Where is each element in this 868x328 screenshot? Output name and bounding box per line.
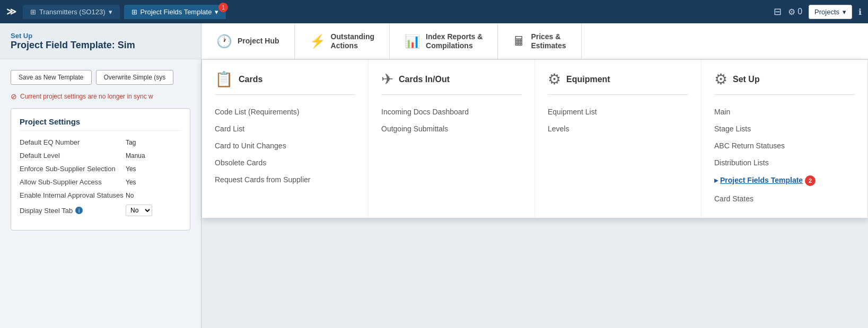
display-steel-tab-info-icon[interactable]: i: [75, 207, 83, 214]
gear-count: 0: [797, 7, 802, 16]
main-content: Save as New Template Overwrite Simple (s…: [0, 59, 868, 328]
setup-label: Set Up: [11, 32, 190, 40]
project-fields-tab-label: Project Fields Template: [141, 8, 212, 16]
nav-item-outstanding-actions[interactable]: ⚡ OutstandingActions: [295, 23, 390, 59]
cards-col-header: 📋 Cards: [215, 70, 355, 95]
outstanding-actions-icon: ⚡: [310, 34, 326, 49]
cards-col-icon: 📋: [215, 70, 233, 88]
mega-col-equipment: ⚙ Equipment Equipment List Levels: [535, 60, 702, 218]
setting-allow-sub-supplier-label: Allow Sub-Supplier Access: [20, 178, 126, 186]
gear-section[interactable]: ⚙ 0: [788, 7, 802, 17]
page-title: Project Field Template: Sim: [11, 40, 190, 51]
transmitters-tab-icon: ⊞: [30, 8, 36, 16]
nav-item-project-hub[interactable]: 🕐 Project Hub: [201, 23, 295, 59]
cards-inout-col-icon: ✈: [381, 70, 393, 88]
setting-enforce-sub-supplier-value: Yes: [126, 165, 136, 173]
setup-col-header: ⚙ Set Up: [714, 70, 855, 95]
setting-default-eq-value: Tag: [126, 139, 136, 146]
gear-icon: ⚙: [788, 7, 795, 17]
setting-enable-internal-approval-value: No: [126, 192, 134, 199]
second-navigation: Set Up Project Field Template: Sim 🕐 Pro…: [0, 23, 868, 59]
project-fields-tab-chevron: ▾: [215, 8, 218, 16]
display-steel-tab-select[interactable]: No Yes: [126, 205, 152, 216]
notifications-icon[interactable]: ⊟: [774, 6, 782, 17]
projects-chevron-icon: ▾: [843, 8, 846, 16]
settings-title: Project Settings: [20, 117, 181, 131]
prices-estimates-label: Prices &Estimates: [531, 32, 566, 50]
info-icon[interactable]: ℹ: [858, 7, 862, 17]
index-reports-label: Index Reports &Compilations: [426, 32, 483, 50]
setup-col-icon: ⚙: [714, 70, 727, 88]
secondary-nav-items: 🕐 Project Hub ⚡ OutstandingActions 📊 Ind…: [201, 23, 868, 59]
project-fields-tab-badge: 1: [218, 3, 228, 12]
index-reports-icon: 📊: [405, 34, 420, 49]
setting-enable-internal-approval-label: Enable Internal Approval Statuses: [20, 191, 126, 199]
transmitters-tab-label: Transmitters (SO123): [39, 8, 106, 16]
menu-item-main[interactable]: Main: [714, 103, 855, 120]
project-fields-badge: 2: [805, 175, 816, 186]
equipment-col-header: ⚙ Equipment: [548, 70, 688, 95]
save-new-template-button[interactable]: Save as New Template: [11, 70, 92, 85]
error-text: Current project settings are no longer i…: [20, 93, 153, 100]
menu-item-card-unit-changes[interactable]: Card to Unit Changes: [215, 137, 355, 154]
overwrite-simple-button[interactable]: Overwrite Simple (sys: [96, 70, 174, 85]
projects-dropdown[interactable]: Projects ▾: [809, 5, 852, 19]
nav-tab-transmitters[interactable]: ⊞ Transmitters (SO123) ▾: [23, 5, 120, 19]
setting-default-level: Default Level Manua: [20, 152, 181, 159]
project-hub-icon: 🕐: [216, 34, 232, 49]
setting-allow-sub-supplier: Allow Sub-Supplier Access Yes: [20, 178, 181, 186]
menu-item-abc-return[interactable]: ABC Return Statuses: [714, 137, 855, 154]
setting-default-level-label: Default Level: [20, 152, 126, 159]
prices-estimates-icon: 🖩: [513, 34, 525, 49]
nav-item-index-reports[interactable]: 📊 Index Reports &Compilations: [390, 23, 498, 59]
action-buttons: Save as New Template Overwrite Simple (s…: [11, 70, 190, 85]
setting-display-steel-tab-label: Display Steel Tab i: [20, 207, 126, 215]
mega-col-cards-inout: ✈ Cards In/Out Incoming Docs Dashboard O…: [369, 60, 535, 218]
equipment-col-title: Equipment: [566, 75, 610, 84]
cards-inout-col-title: Cards In/Out: [399, 75, 450, 84]
nav-item-prices-estimates[interactable]: 🖩 Prices &Estimates: [498, 23, 581, 59]
nav-tab-project-fields[interactable]: ⊞ Project Fields Template 1 ▾: [124, 5, 226, 19]
menu-item-incoming-docs[interactable]: Incoming Docs Dashboard: [381, 103, 522, 120]
mega-col-cards: 📋 Cards Code List (Requirements) Card Li…: [202, 60, 369, 218]
menu-item-request-cards[interactable]: Request Cards from Supplier: [215, 171, 355, 188]
setup-col-title: Set Up: [733, 75, 760, 84]
project-hub-label: Project Hub: [238, 37, 279, 46]
menu-item-project-fields-template[interactable]: ▸Project Fields Template2: [714, 171, 855, 190]
mega-menu: 📋 Cards Code List (Requirements) Card Li…: [201, 59, 868, 218]
setting-default-eq-label: Default EQ Number: [20, 138, 126, 146]
menu-item-distribution-lists[interactable]: Distribution Lists: [714, 154, 855, 171]
nav-right-controls: ⊟ ⚙ 0 Projects ▾ ℹ: [774, 5, 862, 19]
projects-label: Projects: [814, 8, 839, 16]
mega-col-setup: ⚙ Set Up Main Stage Lists ABC Return Sta…: [702, 60, 867, 218]
menu-item-equipment-list[interactable]: Equipment List: [548, 103, 688, 120]
setting-default-level-value: Manua: [126, 152, 145, 159]
cards-inout-col-header: ✈ Cards In/Out: [381, 70, 522, 95]
setting-enforce-sub-supplier: Enforce Sub-Supplier Selection Yes: [20, 165, 181, 173]
menu-item-obsolete-cards[interactable]: Obsolete Cards: [215, 154, 355, 171]
setting-enable-internal-approval: Enable Internal Approval Statuses No: [20, 191, 181, 199]
left-panel: Save as New Template Overwrite Simple (s…: [0, 59, 201, 328]
setting-enforce-sub-supplier-label: Enforce Sub-Supplier Selection: [20, 165, 126, 173]
project-fields-tab-icon: ⊞: [131, 8, 137, 16]
menu-item-levels[interactable]: Levels: [548, 120, 688, 137]
page-header: Set Up Project Field Template: Sim: [0, 23, 201, 59]
cards-col-title: Cards: [239, 75, 262, 84]
menu-item-stage-lists[interactable]: Stage Lists: [714, 120, 855, 137]
menu-item-card-states[interactable]: Card States: [714, 190, 855, 207]
menu-item-code-list[interactable]: Code List (Requirements): [215, 103, 355, 120]
menu-item-card-list[interactable]: Card List: [215, 120, 355, 137]
setting-display-steel-tab: Display Steel Tab i No Yes: [20, 205, 181, 216]
top-navigation: ≫ ⊞ Transmitters (SO123) ▾ ⊞ Project Fie…: [0, 0, 868, 23]
outstanding-actions-label: OutstandingActions: [331, 32, 374, 50]
setting-allow-sub-supplier-value: Yes: [126, 179, 136, 186]
error-message: ⊘ Current project settings are no longer…: [11, 92, 190, 101]
menu-item-outgoing-submittals[interactable]: Outgoing Submittals: [381, 120, 522, 137]
setting-default-eq: Default EQ Number Tag: [20, 138, 181, 146]
app-logo: ≫: [6, 6, 16, 17]
error-icon: ⊘: [11, 92, 17, 101]
transmitters-tab-chevron: ▾: [109, 8, 112, 16]
equipment-col-icon: ⚙: [548, 70, 561, 88]
project-settings-box: Project Settings Default EQ Number Tag D…: [11, 108, 190, 231]
active-arrow-icon: ▸: [714, 176, 718, 184]
